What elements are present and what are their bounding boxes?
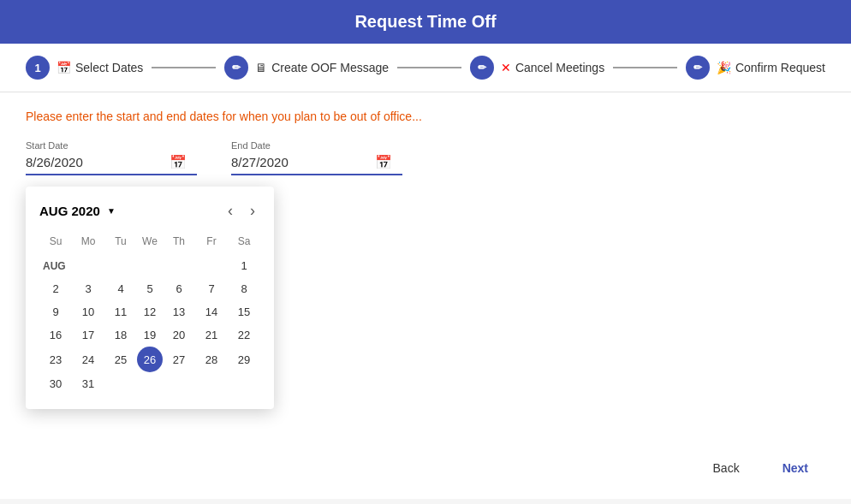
page-header: Request Time Off: [0, 0, 851, 44]
step-3-label: ✕ Cancel Meetings: [501, 61, 604, 74]
step-connector-2: [397, 67, 461, 68]
step-3-circle: ✏: [470, 56, 494, 80]
calendar-navigation: ‹ ›: [223, 200, 260, 222]
step-create-oof: ✏ 🖥 Create OOF Message: [224, 56, 389, 80]
start-date-calendar-icon[interactable]: 📅: [170, 154, 187, 170]
calendar-month-label-row: AUG: [39, 254, 228, 277]
start-date-input[interactable]: [26, 155, 163, 169]
calendar-day-10[interactable]: 10: [72, 300, 104, 323]
calendar-day-1[interactable]: 1: [228, 254, 260, 277]
calendar-day-29[interactable]: 29: [228, 347, 260, 372]
step-1-label: 📅 Select Dates: [57, 61, 143, 74]
day-header-th: Th: [163, 232, 195, 254]
day-header-tu: Tu: [104, 232, 137, 254]
prev-month-button[interactable]: ‹: [223, 200, 238, 222]
calendar-day-19[interactable]: 19: [137, 323, 163, 347]
next-month-button[interactable]: ›: [245, 200, 260, 222]
calendar-day-11[interactable]: 11: [104, 300, 137, 323]
calendar-day-20[interactable]: 20: [163, 323, 195, 347]
footer-buttons: Back Next: [696, 454, 825, 482]
step-3-icon: ✏: [478, 62, 486, 74]
back-button[interactable]: Back: [696, 454, 757, 482]
calendar-day-24[interactable]: 24: [72, 347, 104, 372]
next-button[interactable]: Next: [765, 454, 825, 482]
calendar-day-25[interactable]: 25: [104, 347, 137, 372]
calendar-day-30[interactable]: 30: [39, 372, 72, 395]
monitor-icon: 🖥: [255, 61, 267, 74]
calendar-day-6[interactable]: 6: [163, 277, 195, 300]
calendar-day-7[interactable]: 7: [195, 277, 228, 300]
day-header-we: We: [137, 232, 163, 254]
calendar-day-22[interactable]: 22: [228, 323, 260, 347]
calendar-day-8[interactable]: 8: [228, 277, 260, 300]
calendar-day-27[interactable]: 27: [163, 347, 195, 372]
step-connector-3: [613, 67, 677, 68]
calendar-day-23[interactable]: 23: [39, 347, 72, 372]
calendar-row-5: 3031: [39, 372, 260, 395]
calendar-day-31[interactable]: 31: [72, 372, 104, 395]
calendar-day-13[interactable]: 13: [163, 300, 195, 323]
party-icon: 🎉: [717, 61, 731, 74]
calendar-table: Su Mo Tu We Th Fr Sa AUG1234567891011121…: [39, 232, 260, 395]
step-4-circle: ✏: [686, 56, 710, 80]
day-header-sa: Sa: [228, 232, 260, 254]
step-1-circle: 1: [26, 56, 50, 80]
step-cancel-meetings: ✏ ✕ Cancel Meetings: [470, 56, 604, 80]
step-4-label: 🎉 Confirm Request: [717, 61, 825, 74]
calendar-grid: Su Mo Tu We Th Fr Sa AUG1234567891011121…: [39, 232, 260, 395]
calendar-day-26[interactable]: 26: [137, 347, 163, 372]
calendar-day-2[interactable]: 2: [39, 277, 72, 300]
calendar-day-16[interactable]: 16: [39, 323, 72, 347]
step-4-icon: ✏: [693, 62, 702, 74]
calendar-day-12[interactable]: 12: [137, 300, 163, 323]
step-2-icon: ✏: [232, 62, 241, 74]
date-fields: Start Date 📅 End Date 📅: [26, 140, 825, 175]
calendar-row-1: 2345678: [39, 277, 260, 300]
step-1-number: 1: [34, 62, 40, 74]
calendar-day-5[interactable]: 5: [137, 277, 163, 300]
instructions-text: Please enter the start and end dates for…: [26, 110, 825, 123]
day-header-su: Su: [39, 232, 72, 254]
end-date-input-row: 📅: [231, 154, 402, 175]
calendar-day-28[interactable]: 28: [195, 347, 228, 372]
page-title: Request Time Off: [354, 12, 496, 31]
end-date-field: End Date 📅: [231, 140, 402, 175]
calendar-thead: Su Mo Tu We Th Fr Sa: [39, 232, 260, 254]
end-date-calendar-icon[interactable]: 📅: [375, 154, 392, 170]
calendar-row-3: 16171819202122: [39, 323, 260, 347]
calendar-day-21[interactable]: 21: [195, 323, 228, 347]
calendar-day-15[interactable]: 15: [228, 300, 260, 323]
calendar-dropdown: AUG 2020 ▼ ‹ › Su Mo Tu We Th Fr: [26, 187, 274, 409]
step-select-dates: 1 📅 Select Dates: [26, 56, 143, 80]
step-2-circle: ✏: [224, 56, 248, 80]
calendar-row-0: AUG1: [39, 254, 260, 277]
start-date-input-row: 📅: [26, 154, 197, 175]
day-header-fr: Fr: [195, 232, 228, 254]
calendar-row-2: 9101112131415: [39, 300, 260, 323]
content-area: Please enter the start and end dates for…: [0, 92, 851, 499]
calendar-day-9[interactable]: 9: [39, 300, 72, 323]
end-date-label: End Date: [231, 140, 402, 151]
end-date-input[interactable]: [231, 155, 368, 169]
calendar-day-18[interactable]: 18: [104, 323, 137, 347]
start-date-field: Start Date 📅: [26, 140, 197, 175]
day-header-mo: Mo: [72, 232, 104, 254]
calendar-day-17[interactable]: 17: [72, 323, 104, 347]
calendar-month-label: AUG 2020 ▼: [39, 204, 116, 218]
stepper: 1 📅 Select Dates ✏ 🖥 Create OOF Message …: [0, 44, 851, 92]
x-icon: ✕: [501, 61, 511, 74]
step-connector-1: [152, 67, 216, 68]
step-2-label: 🖥 Create OOF Message: [255, 61, 389, 74]
calendar-header: AUG 2020 ▼ ‹ ›: [39, 200, 260, 222]
calendar-day-3[interactable]: 3: [72, 277, 104, 300]
calendar-row-4: 23242526272829: [39, 347, 260, 372]
calendar-day-14[interactable]: 14: [195, 300, 228, 323]
calendar-day-4[interactable]: 4: [104, 277, 137, 300]
calendar-icon: 📅: [57, 61, 71, 74]
calendar-day-headers: Su Mo Tu We Th Fr Sa: [39, 232, 260, 254]
step-confirm-request: ✏ 🎉 Confirm Request: [686, 56, 825, 80]
month-dropdown-arrow[interactable]: ▼: [107, 206, 116, 216]
start-date-label: Start Date: [26, 140, 197, 151]
calendar-body: AUG1234567891011121314151617181920212223…: [39, 254, 260, 395]
